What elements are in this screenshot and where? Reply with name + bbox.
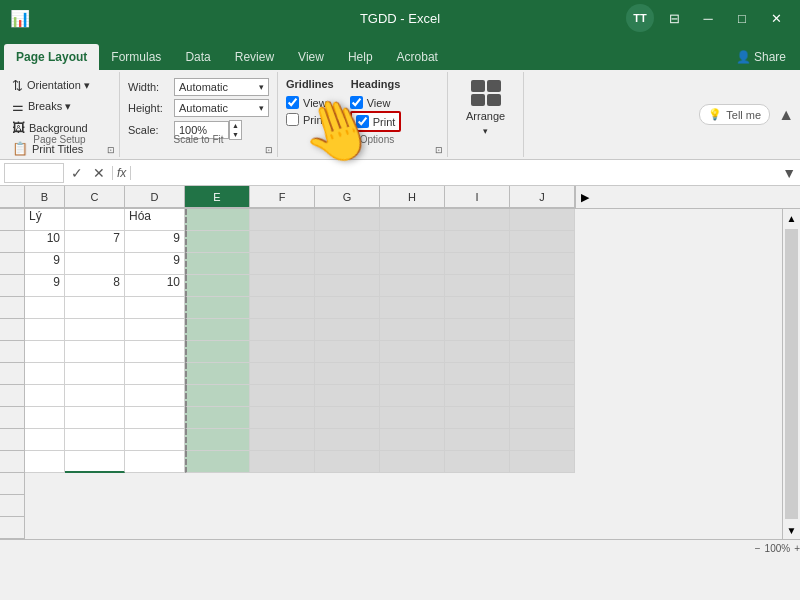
col-header-h[interactable]: H <box>380 186 445 208</box>
cell-g1[interactable] <box>315 209 380 231</box>
cell-d4[interactable]: 10 <box>125 275 185 297</box>
cell-i3[interactable] <box>445 253 510 275</box>
arrange-button[interactable]: Arrange ▾ <box>456 76 515 140</box>
tab-formulas[interactable]: Formulas <box>99 44 173 70</box>
row-header-3[interactable] <box>0 253 25 275</box>
zoom-in-button[interactable]: + <box>794 543 800 554</box>
scroll-down-button[interactable]: ▼ <box>783 521 800 539</box>
formula-confirm-button[interactable]: ✓ <box>68 165 86 181</box>
tab-review[interactable]: Review <box>223 44 286 70</box>
tell-me-input[interactable]: 💡 Tell me <box>699 104 770 125</box>
cell-e5[interactable] <box>185 297 250 319</box>
gridlines-print-checkbox[interactable] <box>286 113 299 126</box>
cell-c3[interactable] <box>65 253 125 275</box>
cell-i4[interactable] <box>445 275 510 297</box>
breaks-button[interactable]: ⚌ Breaks ▾ <box>8 97 94 116</box>
tab-data[interactable]: Data <box>173 44 222 70</box>
cell-e4[interactable] <box>185 275 250 297</box>
ribbon-toggle-button[interactable]: ⊟ <box>660 4 688 32</box>
cell-g4[interactable] <box>315 275 380 297</box>
headings-view-checkbox[interactable] <box>350 96 363 109</box>
row-header-15[interactable] <box>0 517 25 539</box>
cell-c5[interactable] <box>65 297 125 319</box>
row-header-9[interactable] <box>0 385 25 407</box>
row-header-7[interactable] <box>0 341 25 363</box>
cell-g3[interactable] <box>315 253 380 275</box>
close-button[interactable]: ✕ <box>762 4 790 32</box>
cell-c2[interactable]: 7 <box>65 231 125 253</box>
col-header-b[interactable]: B <box>25 186 65 208</box>
row-header-2[interactable] <box>0 231 25 253</box>
cell-h4[interactable] <box>380 275 445 297</box>
cell-c1[interactable] <box>65 209 125 231</box>
cell-g2[interactable] <box>315 231 380 253</box>
scale-up-button[interactable]: ▲ <box>230 121 241 130</box>
row-header-11[interactable] <box>0 429 25 451</box>
scroll-thumb[interactable] <box>785 229 798 519</box>
share-button[interactable]: 👤 Share <box>726 44 796 70</box>
row-header-4[interactable] <box>0 275 25 297</box>
cell-j4[interactable] <box>510 275 575 297</box>
row-header-1[interactable] <box>0 209 25 231</box>
row-header-6[interactable] <box>0 319 25 341</box>
headings-print-checkbox[interactable] <box>356 115 369 128</box>
cell-j2[interactable] <box>510 231 575 253</box>
height-input[interactable]: Automatic ▾ <box>174 99 269 117</box>
col-header-e[interactable]: E <box>185 186 250 208</box>
col-header-i[interactable]: I <box>445 186 510 208</box>
cell-j1[interactable] <box>510 209 575 231</box>
ribbon-collapse-button[interactable]: ▲ <box>778 106 794 124</box>
name-box[interactable] <box>4 163 64 183</box>
row-header-10[interactable] <box>0 407 25 429</box>
cell-d3[interactable]: 9 <box>125 253 185 275</box>
orientation-button[interactable]: ⇅ Orientation ▾ <box>8 76 94 95</box>
row-header-14[interactable] <box>0 495 25 517</box>
tab-page-layout[interactable]: Page Layout <box>4 44 99 70</box>
cell-b5[interactable] <box>25 297 65 319</box>
cell-f3[interactable] <box>250 253 315 275</box>
cell-d5[interactable] <box>125 297 185 319</box>
cell-f4[interactable] <box>250 275 315 297</box>
maximize-button[interactable]: □ <box>728 4 756 32</box>
cell-h2[interactable] <box>380 231 445 253</box>
cell-i2[interactable] <box>445 231 510 253</box>
cell-d2[interactable]: 9 <box>125 231 185 253</box>
cell-i1[interactable] <box>445 209 510 231</box>
row-header-13[interactable] <box>0 473 25 495</box>
tab-acrobat[interactable]: Acrobat <box>385 44 450 70</box>
formula-bar-collapse-button[interactable]: ▼ <box>782 165 796 181</box>
tab-view[interactable]: View <box>286 44 336 70</box>
row-header-8[interactable] <box>0 363 25 385</box>
col-header-c[interactable]: C <box>65 186 125 208</box>
vertical-scrollbar[interactable]: ▲ ▼ <box>782 209 800 539</box>
cell-b2[interactable]: 10 <box>25 231 65 253</box>
formula-fx-button[interactable]: fx <box>112 166 131 180</box>
width-input[interactable]: Automatic ▾ <box>174 78 269 96</box>
cell-f1[interactable] <box>250 209 315 231</box>
cell-c4[interactable]: 8 <box>65 275 125 297</box>
sheet-options-expand-icon[interactable]: ⊡ <box>435 145 443 155</box>
cell-h1[interactable] <box>380 209 445 231</box>
cell-b3[interactable]: 9 <box>25 253 65 275</box>
col-header-g[interactable]: G <box>315 186 380 208</box>
col-header-j[interactable]: J <box>510 186 575 208</box>
formula-input[interactable] <box>135 162 778 184</box>
row-header-5[interactable] <box>0 297 25 319</box>
cell-h3[interactable] <box>380 253 445 275</box>
cell-d1[interactable]: Hóa <box>125 209 185 231</box>
cell-e3[interactable] <box>185 253 250 275</box>
scroll-up-button[interactable]: ▲ <box>783 209 800 227</box>
minimize-button[interactable]: ─ <box>694 4 722 32</box>
page-setup-expand-icon[interactable]: ⊡ <box>107 145 115 155</box>
user-avatar[interactable]: TT <box>626 4 654 32</box>
col-header-d[interactable]: D <box>125 186 185 208</box>
gridlines-view-checkbox[interactable] <box>286 96 299 109</box>
cell-f2[interactable] <box>250 231 315 253</box>
col-scroll-right[interactable]: ▶ <box>575 186 593 208</box>
cell-e2[interactable] <box>185 231 250 253</box>
tab-help[interactable]: Help <box>336 44 385 70</box>
formula-cancel-button[interactable]: ✕ <box>90 165 108 181</box>
col-header-f[interactable]: F <box>250 186 315 208</box>
row-header-12[interactable] <box>0 451 25 473</box>
zoom-out-button[interactable]: − <box>755 543 761 554</box>
